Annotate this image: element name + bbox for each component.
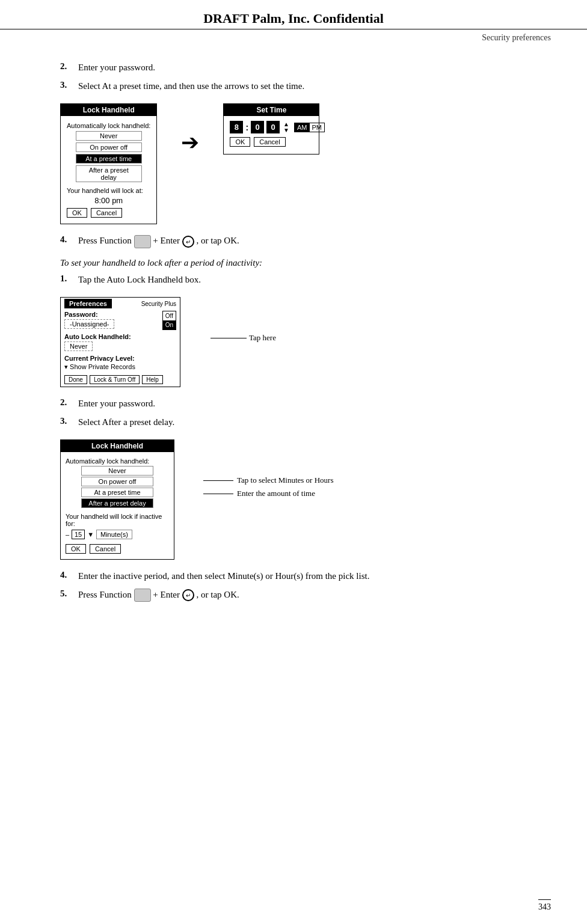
off-label[interactable]: Off <box>163 311 176 320</box>
page-footer: 343 <box>538 899 551 912</box>
inactive-num[interactable]: 15 <box>72 530 85 539</box>
done-button[interactable]: Done <box>64 375 87 384</box>
enter-key-icon-2: ↵ <box>182 589 194 601</box>
hour-field[interactable]: 8 <box>230 121 243 133</box>
ok-button-1[interactable]: OK <box>67 208 87 218</box>
footer-line <box>538 899 551 900</box>
step-text-1b: Tap the Auto Lock Handheld box. <box>78 273 201 287</box>
privacy-label: Current Privacy Level: <box>64 355 176 362</box>
inactive-label: Your handheld will lock if inactive for: <box>66 513 169 527</box>
annotation-group: Tap to select Minutes or Hours Enter the… <box>203 439 333 498</box>
tap-line <box>211 338 247 338</box>
auto-lock-label: Auto Lock Handheld: <box>64 333 176 340</box>
page-number: 343 <box>538 902 551 911</box>
step-5: 5. Press Function + Enter ↵ , or tap OK. <box>60 588 539 602</box>
lock-handheld-dialog-2: Lock Handheld Automatically lock handhel… <box>60 439 174 560</box>
lock-handheld-title-2: Lock Handheld <box>61 440 174 452</box>
tap-here-label: Tap here <box>249 333 276 343</box>
section-title-inactivity: To set your handheld to lock after a per… <box>60 258 539 268</box>
step-text-3: Select At a preset time, and then use th… <box>78 79 304 93</box>
step-num-2b: 2. <box>60 397 78 408</box>
step-num-1b: 1. <box>60 273 78 284</box>
lock-handheld-buttons-1: OK Cancel <box>67 208 150 220</box>
on-label[interactable]: On <box>163 320 176 329</box>
auto-lock-section: Auto Lock Handheld: Never <box>61 331 180 353</box>
auto-lock-value[interactable]: Never <box>64 341 93 351</box>
enter-key-icon: ↵ <box>182 236 194 248</box>
step-2b: 2. Enter your password. <box>60 397 539 411</box>
screenshot-prefs: Preferences Security Plus Password: -Una… <box>60 297 539 387</box>
step-text-4a: Press Function + Enter ↵ , or tap OK. <box>78 234 239 248</box>
lock-handheld-dialog-1: Lock Handheld Automatically lock handhel… <box>60 103 157 224</box>
step-num-3b: 3. <box>60 415 78 426</box>
set-time-ok-btn[interactable]: OK <box>230 137 250 147</box>
help-button[interactable]: Help <box>142 375 163 384</box>
lock2-cancel-btn[interactable]: Cancel <box>90 544 121 554</box>
lock-handheld-body-1: Automatically lock handheld: Never On po… <box>61 116 156 224</box>
option-preset-delay-1[interactable]: After a preset delay <box>76 165 142 182</box>
password-value[interactable]: -Unassigned- <box>64 319 114 329</box>
screenshot-lock-handheld-1: Lock Handheld Automatically lock handhel… <box>60 103 539 224</box>
step-num-2: 2. <box>60 61 78 72</box>
lh2-preset-delay[interactable]: After a preset delay <box>81 498 153 508</box>
min1-field[interactable]: 0 <box>251 121 264 133</box>
step-2: 2. Enter your password. <box>60 61 539 75</box>
privacy-section: Current Privacy Level: ▾ Show Private Re… <box>61 353 180 373</box>
set-time-cancel-btn[interactable]: Cancel <box>254 137 285 147</box>
ann-line-minutes <box>203 480 233 481</box>
arrow-right: ➔ <box>181 103 199 176</box>
time-arrows[interactable]: ▲ ▼ <box>283 121 289 133</box>
step-num-4c: 4. <box>60 569 78 580</box>
step-4c: 4. Enter the inactive period, and then s… <box>60 569 539 583</box>
annotation-time: Enter the amount of time <box>203 489 333 498</box>
step-num-3: 3. <box>60 79 78 90</box>
time-colon: : <box>245 123 248 132</box>
lock-at-label-1: Your handheld will lock at: <box>67 187 150 194</box>
prefs-buttons: Done Lock & Turn Off Help <box>61 373 180 387</box>
down-arrow-small[interactable]: ▼ <box>87 531 94 538</box>
set-time-title: Set Time <box>224 104 319 116</box>
lock-auto-label-1: Automatically lock handheld: <box>67 122 150 129</box>
ann-text-minutes: Tap to select Minutes or Hours <box>237 476 333 485</box>
lock-turn-off-button[interactable]: Lock & Turn Off <box>90 375 140 384</box>
up-arrow-icon[interactable]: ▲ <box>283 121 289 127</box>
ampm-group: AM PM <box>294 123 325 132</box>
pm-button[interactable]: PM <box>310 123 325 132</box>
lock-at-value-1: 8:00 pm <box>67 196 150 205</box>
step-3b: 3. Select After a preset delay. <box>60 415 539 429</box>
step-4a: 4. Press Function + Enter ↵ , or tap OK. <box>60 234 539 248</box>
inactive-unit[interactable]: Minute(s) <box>96 530 132 539</box>
time-row: 8 : 0 0 ▲ ▼ AM PM <box>230 121 313 133</box>
inactive-row: – 15 ▼ Minute(s) <box>66 530 169 539</box>
set-time-body: 8 : 0 0 ▲ ▼ AM PM OK Cancel <box>224 116 319 154</box>
option-power-off-1[interactable]: On power off <box>76 142 142 152</box>
ann-text-time: Enter the amount of time <box>237 489 315 498</box>
function-key-icon <box>134 235 151 248</box>
step-text-4c: Enter the inactive period, and then sele… <box>78 569 369 583</box>
prefs-password-section: Password: -Unassigned- <box>64 311 114 329</box>
lh2-power-off[interactable]: On power off <box>81 477 153 486</box>
privacy-dropdown[interactable]: ▾ Show Private Records <box>64 363 176 371</box>
page-subtitle: Security preferences <box>0 29 587 43</box>
cancel-button-1[interactable]: Cancel <box>91 208 122 218</box>
am-button[interactable]: AM <box>295 123 310 132</box>
prefs-password-row: Password: -Unassigned- Off On <box>61 310 180 331</box>
option-never-1[interactable]: Never <box>76 131 142 141</box>
step-num-4a: 4. <box>60 234 78 245</box>
function-key-icon-2 <box>134 589 151 602</box>
lh2-preset-time[interactable]: At a preset time <box>81 488 153 497</box>
min2-field[interactable]: 0 <box>266 121 280 133</box>
lock2-ok-btn[interactable]: OK <box>66 544 86 554</box>
step-text-2: Enter your password. <box>78 61 155 75</box>
prefs-header: Preferences Security Plus <box>61 298 180 310</box>
lock2-buttons: OK Cancel <box>66 544 169 556</box>
down-arrow-icon[interactable]: ▼ <box>283 127 289 133</box>
option-preset-time-1[interactable]: At a preset time <box>76 154 142 164</box>
prefs-app-title: Preferences <box>64 299 112 308</box>
page-title: DRAFT Palm, Inc. Confidential <box>0 0 587 29</box>
off-on-toggle[interactable]: Off On <box>162 311 176 330</box>
prefs-dialog: Preferences Security Plus Password: -Una… <box>60 297 180 387</box>
auto-lock-label-2: Automatically lock handheld: <box>66 457 169 465</box>
lh2-never[interactable]: Never <box>81 466 153 476</box>
lock-handheld-body-2: Automatically lock handheld: Never On po… <box>61 452 174 559</box>
